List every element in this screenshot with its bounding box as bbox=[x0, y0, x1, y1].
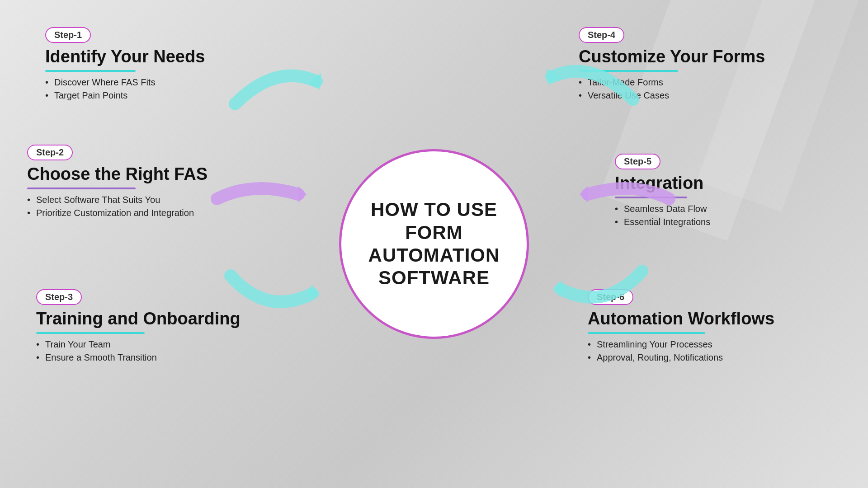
svg-marker-1 bbox=[298, 186, 307, 202]
step3-bullets: Train Your Team Ensure a Smooth Transiti… bbox=[36, 339, 280, 363]
step6-bullet2: Approval, Routing, Notifications bbox=[588, 352, 841, 363]
center-title: HOW TO USEFORMAUTOMATIONSOFTWARE bbox=[368, 198, 500, 290]
svg-marker-4 bbox=[580, 186, 588, 202]
arrow1 bbox=[222, 54, 330, 113]
main-container: HOW TO USEFORMAUTOMATIONSOFTWARE Step-1 … bbox=[0, 0, 868, 488]
step3-underline bbox=[36, 332, 145, 334]
arrow6 bbox=[552, 258, 651, 321]
step5-badge: Step-5 bbox=[615, 154, 660, 169]
step1-badge: Step-1 bbox=[45, 27, 91, 43]
step6-bullets: Streamlining Your Processes Approval, Ro… bbox=[588, 339, 841, 363]
step6-bullet1: Streamlining Your Processes bbox=[588, 339, 841, 350]
step1-underline bbox=[45, 70, 136, 72]
step3-bullet2: Ensure a Smooth Transition bbox=[36, 352, 280, 363]
step2-badge: Step-2 bbox=[27, 145, 73, 160]
arrow3 bbox=[222, 262, 321, 325]
arrow2 bbox=[208, 176, 312, 212]
step3-bullet1: Train Your Team bbox=[36, 339, 280, 350]
step6-underline bbox=[588, 332, 705, 334]
step2-underline bbox=[27, 188, 136, 189]
step3-badge: Step-3 bbox=[36, 289, 82, 305]
step4-badge: Step-4 bbox=[579, 27, 624, 43]
center-circle: HOW TO USEFORMAUTOMATIONSOFTWARE bbox=[339, 149, 529, 339]
arrow4 bbox=[538, 50, 646, 108]
arrow5 bbox=[574, 176, 678, 212]
step5-bullet2: Essential Integrations bbox=[615, 217, 832, 227]
